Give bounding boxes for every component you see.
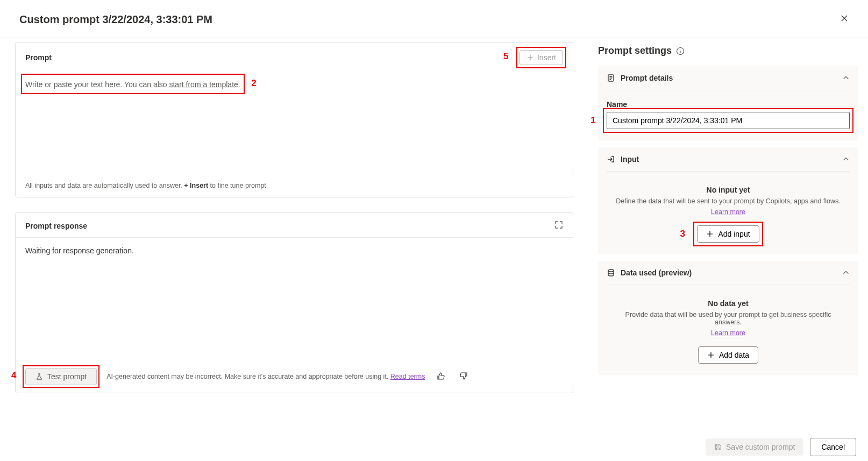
thumbs-down-icon [459,372,468,380]
close-button[interactable] [837,11,852,28]
panel-input: Input No input yet Define the data that … [598,147,858,254]
expand-icon [554,221,563,229]
data-learn-more-link[interactable]: Learn more [711,329,745,337]
prompt-editor[interactable]: Write or paste your text here. You can a… [16,72,573,174]
prompt-hint: All inputs and data are automatically us… [16,174,573,197]
sidebar-title: Prompt settings [598,45,672,56]
plus-icon [707,351,715,359]
cancel-button[interactable]: Cancel [810,438,856,456]
name-label: Name [607,100,850,109]
response-card-title: Prompt response [25,222,87,230]
panel-data-used: Data used (preview) No data yet Provide … [598,261,858,375]
data-empty-title: No data yet [612,299,844,308]
close-icon [840,14,849,23]
name-input[interactable] [607,112,850,129]
annotation-3: 3 [680,229,685,239]
prompt-placeholder: Write or paste your text here. You can a… [25,80,240,89]
insert-button-label: Insert [537,53,556,62]
panel-prompt-details: Prompt details Name 1 [598,66,858,141]
plus-icon [706,230,714,238]
settings-sidebar: Prompt settings Prompt details Name 1 [583,32,868,433]
start-from-template-link[interactable]: start from a template [169,80,238,89]
details-icon [607,74,615,82]
input-icon [607,155,615,164]
expand-button[interactable] [554,221,563,231]
annotation-1: 1 [590,115,595,126]
response-body: Waiting for response generation. [16,238,573,363]
read-terms-link[interactable]: Read terms [390,373,425,380]
chevron-up-icon [842,269,850,276]
save-icon [714,443,722,451]
annotation-4: 4 [11,370,16,381]
dialog-footer: Save custom prompt Cancel [0,433,868,461]
plus-icon [527,54,534,61]
svg-point-2 [608,269,614,272]
input-learn-more-link[interactable]: Learn more [711,208,745,216]
insert-button[interactable]: Insert [520,50,563,65]
prompt-card-title: Prompt [25,53,52,62]
annotation-5: 5 [503,51,508,62]
input-empty-desc: Define the data that will be sent to you… [612,197,844,205]
annotation-2: 2 [251,78,256,89]
data-empty-desc: Provide data that will be used by your p… [612,311,844,326]
prompt-card: Prompt Insert 5 Write or paste your text… [15,42,573,197]
add-data-button[interactable]: Add data [698,346,758,364]
input-empty-title: No input yet [612,186,844,194]
panel-head-prompt-details[interactable]: Prompt details [598,66,858,90]
chevron-up-icon [842,74,850,82]
info-icon[interactable] [676,47,685,55]
test-prompt-button[interactable]: Test prompt [25,368,97,385]
panel-head-input[interactable]: Input [598,147,858,171]
dialog-title: Custom prompt 3/22/2024, 3:33:01 PM [19,13,212,26]
chevron-up-icon [842,155,850,163]
flask-icon [35,373,43,380]
test-prompt-label: Test prompt [47,372,87,381]
save-button[interactable]: Save custom prompt [706,438,803,456]
thumbs-down-button[interactable] [457,370,470,384]
thumbs-up-button[interactable] [435,370,447,384]
add-input-button[interactable]: Add input [697,225,759,243]
thumbs-up-icon [437,372,445,380]
database-icon [607,268,615,277]
panel-head-data-used[interactable]: Data used (preview) [598,261,858,285]
main-column: Prompt Insert 5 Write or paste your text… [0,32,583,433]
ai-disclaimer: AI-generated content may be incorrect. M… [106,373,425,380]
response-card: Prompt response Waiting for response gen… [15,212,573,393]
